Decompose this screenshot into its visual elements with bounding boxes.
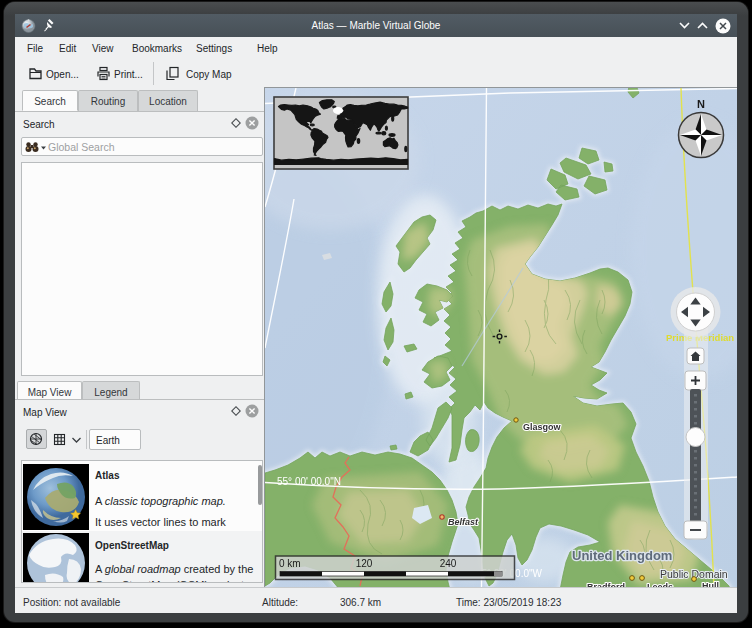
svg-text:0 km: 0 km (279, 558, 301, 569)
svg-text:N: N (697, 98, 705, 110)
svg-text:120: 120 (356, 558, 373, 569)
svg-text:55° 00' 00.0"N: 55° 00' 00.0"N (277, 476, 341, 487)
svg-text:Glasgow: Glasgow (523, 422, 562, 432)
svg-text:Belfast: Belfast (448, 517, 479, 527)
svg-text:240: 240 (440, 558, 457, 569)
svg-text:United Kingdom: United Kingdom (572, 548, 672, 563)
